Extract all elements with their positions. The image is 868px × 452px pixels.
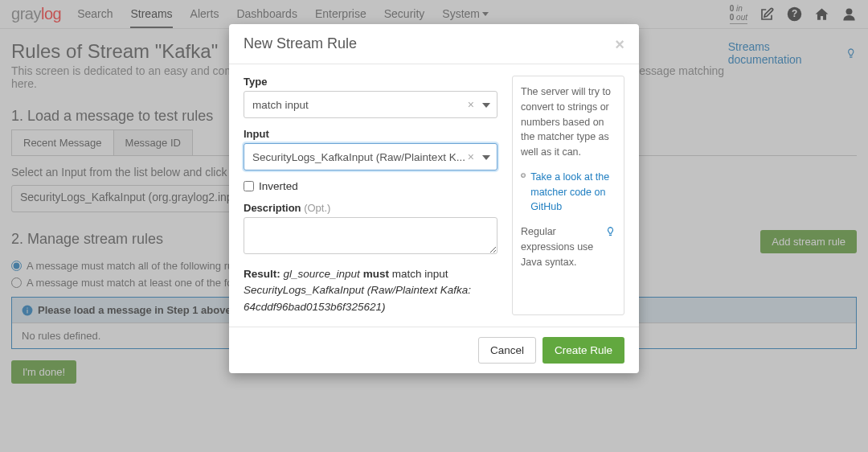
lightbulb-icon bbox=[605, 226, 616, 236]
input-label: Input bbox=[244, 128, 497, 140]
chevron-down-icon bbox=[481, 99, 490, 111]
help-sidebar: The server will try to convert to string… bbox=[512, 76, 624, 315]
inverted-checkbox[interactable]: Inverted bbox=[244, 180, 497, 192]
type-label: Type bbox=[244, 76, 497, 88]
modal-overlay: New Stream Rule × Type match input × Inp… bbox=[0, 0, 868, 452]
description-textarea[interactable] bbox=[244, 217, 497, 254]
clear-icon[interactable]: × bbox=[468, 98, 474, 111]
chevron-down-icon bbox=[481, 151, 490, 163]
create-rule-button[interactable]: Create Rule bbox=[542, 337, 624, 364]
clear-icon[interactable]: × bbox=[468, 150, 474, 163]
close-icon[interactable]: × bbox=[615, 36, 624, 52]
cancel-button[interactable]: Cancel bbox=[478, 337, 536, 364]
input-select[interactable]: SecurityLogs_KafkaInput (Raw/Plaintext K… bbox=[244, 143, 497, 171]
new-stream-rule-modal: New Stream Rule × Type match input × Inp… bbox=[229, 24, 639, 373]
type-select[interactable]: match input × bbox=[244, 91, 497, 118]
modal-title: New Stream Rule bbox=[244, 35, 357, 52]
matcher-code-link[interactable]: Take a look at the matcher code on GitHu… bbox=[530, 170, 616, 215]
github-icon bbox=[521, 170, 526, 181]
result-preview: Result: gl_source_input must match input… bbox=[244, 266, 497, 315]
description-label: Description (Opt.) bbox=[244, 202, 497, 214]
